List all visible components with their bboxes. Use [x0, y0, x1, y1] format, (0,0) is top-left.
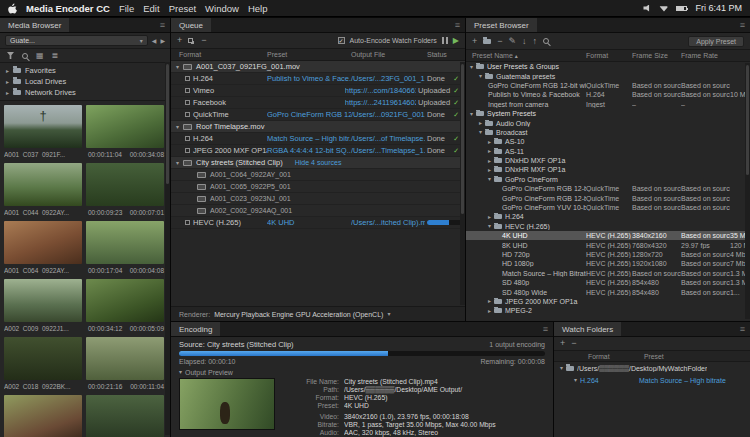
output-preset-link[interactable]: RGBA 4:4:4:4 12-bit SQ... [267, 146, 351, 155]
output-toggle-icon[interactable] [185, 148, 190, 153]
menu-app-name[interactable]: Media Encoder CC [26, 3, 110, 14]
menu-file[interactable]: File [119, 3, 134, 14]
queue-subsource-row[interactable]: A001_C023_0923NJ_001 [171, 193, 465, 205]
output-preview-label[interactable]: Output Preview [185, 369, 233, 376]
chevron-right-icon[interactable]: ▸ [488, 298, 491, 304]
preset-group-row[interactable]: ▸JPEG 2000 MXF OP1a [466, 297, 750, 306]
output-toggle-icon[interactable] [185, 112, 190, 117]
new-group-icon[interactable] [483, 39, 491, 44]
chevron-right-icon[interactable]: ▸ [488, 148, 491, 154]
tab-preset-browser[interactable]: Preset Browser [466, 18, 537, 32]
clip-thumbnail[interactable] [4, 337, 82, 380]
output-file-link[interactable]: https://...com/184066142 [345, 86, 416, 95]
panel-menu-icon[interactable]: ≡ [735, 18, 750, 32]
add-source-button[interactable]: + [177, 36, 182, 45]
output-file-link[interactable]: /Users/...of Timelapse.mp4 [351, 134, 425, 143]
tab-media-browser[interactable]: Media Browser [0, 18, 69, 32]
chevron-down-icon[interactable]: ▾ [176, 160, 179, 166]
remove-button[interactable]: − [201, 36, 206, 45]
forward-icon[interactable]: ▶ [160, 37, 165, 44]
volume-icon[interactable] [643, 5, 651, 12]
delete-preset-button[interactable]: − [497, 37, 502, 46]
panel-menu-icon[interactable]: ≡ [735, 322, 750, 336]
chevron-right-icon[interactable]: ▸ [6, 90, 9, 96]
output-preset-link[interactable]: Publish to Vimeo & Face... [267, 74, 351, 83]
search-icon[interactable] [543, 38, 549, 44]
output-file-link[interactable]: /Users/...Timelapse_1.mxf [351, 146, 425, 155]
preset-row[interactable]: HD 720pHEVC (H.265)1280x720Based on sour… [466, 250, 750, 259]
scrollbar[interactable] [165, 62, 170, 435]
clip-thumbnail[interactable] [86, 105, 164, 148]
output-preset-link[interactable]: GoPro CineForm RGB 12-... [267, 110, 351, 119]
chevron-right-icon[interactable]: ▸ [488, 139, 491, 145]
edit-preset-icon[interactable]: ✎ [509, 37, 517, 46]
output-file-link[interactable]: /Users/...itched Clip).mp4 [351, 218, 425, 227]
clip-thumbnail[interactable] [4, 395, 82, 437]
preset-row-selected[interactable]: 4K UHDHEVC (H.265)3840x2160Based on sour… [466, 231, 750, 240]
chevron-right-icon[interactable]: ▸ [488, 308, 491, 314]
queue-source-row[interactable]: ▾City streets (Stitched Clip)Hide 4 sour… [171, 157, 465, 169]
watch-output-preset-link[interactable]: Match Source – High bitrate [639, 377, 726, 384]
scrollbar[interactable] [460, 62, 465, 305]
tree-item-local-drives[interactable]: ▸Local Drives [0, 76, 170, 87]
grid-view-icon[interactable]: ▦ [36, 52, 44, 60]
preset-group-row[interactable]: ▸Audio Only [466, 118, 750, 127]
chevron-down-icon[interactable]: ▾ [470, 64, 473, 70]
import-preset-icon[interactable]: ↓ [522, 37, 527, 46]
preset-group-row[interactable]: ▾Guatemala presets [466, 71, 750, 80]
panel-menu-icon[interactable]: ≡ [155, 18, 170, 32]
menu-window[interactable]: Window [205, 3, 239, 14]
preset-row[interactable]: SD 480pHEVC (H.265)854x480Based on sourc… [466, 278, 750, 287]
preset-row[interactable]: GoPro CineForm RGB 12-bit with alpha at.… [466, 193, 750, 202]
output-toggle-icon[interactable] [185, 220, 190, 225]
col-preset-name[interactable]: Preset Name▴ [466, 52, 586, 59]
queue-output-row[interactable]: QuickTimeGoPro CineForm RGB 12-.../Users… [171, 109, 465, 121]
queue-output-row[interactable]: Vimeohttps://...com/184066142Uploaded✓ [171, 85, 465, 97]
output-toggle-icon[interactable] [185, 136, 190, 141]
preset-row[interactable]: GoPro CineForm RGB 12-bit with alphaQuic… [466, 184, 750, 193]
watch-folder-row[interactable]: ▾ /Users/▒▒▒▒▒▒/Desktop/MyWatchFolder [554, 362, 750, 374]
preset-group-row[interactable]: ▸H.264 [466, 212, 750, 221]
col-output-file[interactable]: Output File [351, 51, 425, 58]
menu-help[interactable]: Help [248, 3, 268, 14]
clip-thumbnail[interactable] [86, 221, 164, 264]
queue-subsource-row[interactable]: A001_C064_0922AY_001 [171, 169, 465, 181]
col-preset[interactable]: Preset [267, 51, 351, 58]
clip-thumbnail[interactable] [4, 163, 82, 206]
queue-source-row[interactable]: ▾Roof Timelapse.mov [171, 121, 465, 133]
queue-output-row[interactable]: H.264Publish to Vimeo & Face.../Users/..… [171, 73, 465, 85]
chevron-down-icon[interactable]: ▾ [479, 73, 482, 79]
preset-group-row[interactable]: ▸AS-10 [466, 137, 750, 146]
tab-encoding[interactable]: Encoding [171, 322, 220, 336]
menu-edit[interactable]: Edit [143, 3, 159, 14]
preset-group-row[interactable]: ▸MPEG-2 [466, 306, 750, 315]
chevron-right-icon[interactable]: ▸ [488, 167, 491, 173]
chevron-down-icon[interactable]: ▾ [488, 223, 491, 229]
remove-watch-folder-button[interactable]: − [571, 339, 576, 348]
col-format[interactable]: Format [588, 353, 644, 360]
queue-output-row[interactable]: Facebookhttps://...24119614602283Uploade… [171, 97, 465, 109]
pause-queue-button[interactable] [442, 37, 448, 44]
tab-queue[interactable]: Queue [171, 18, 211, 32]
preset-row[interactable]: Ingest from cameraIngest–– [466, 100, 750, 109]
watch-output-format-link[interactable]: H.264 [580, 377, 636, 384]
renderer-dropdown[interactable]: Mercury Playback Engine GPU Acceleration… [214, 311, 383, 318]
preset-row[interactable]: HD 1080pHEVC (H.265)1920x1080Based on so… [466, 259, 750, 268]
search-icon[interactable] [22, 53, 28, 59]
menubar-clock[interactable]: Fri 6:41 PM [695, 3, 742, 13]
clip-thumbnail[interactable] [86, 279, 164, 322]
apple-icon[interactable] [8, 3, 17, 14]
col-format[interactable]: Format [171, 51, 267, 58]
chevron-down-icon[interactable]: ▾ [488, 176, 491, 182]
output-preset-link[interactable]: 4K UHD [267, 218, 351, 227]
duplicate-icon[interactable] [188, 38, 193, 43]
queue-source-row[interactable]: ▾A001_C037_0921FG_001.mov [171, 61, 465, 73]
queue-subsource-row[interactable]: A002_C002_0924AQ_001 [171, 205, 465, 217]
chevron-right-icon[interactable]: ▸ [488, 214, 491, 220]
tab-watch-folders[interactable]: Watch Folders [554, 322, 621, 336]
chevron-down-icon[interactable]: ▾ [470, 111, 473, 117]
panel-menu-icon[interactable]: ≡ [450, 18, 465, 32]
chevron-right-icon[interactable]: ▸ [6, 68, 9, 74]
auto-encode-checkbox[interactable]: ✓ [338, 37, 345, 44]
filter-icon[interactable] [7, 52, 14, 59]
